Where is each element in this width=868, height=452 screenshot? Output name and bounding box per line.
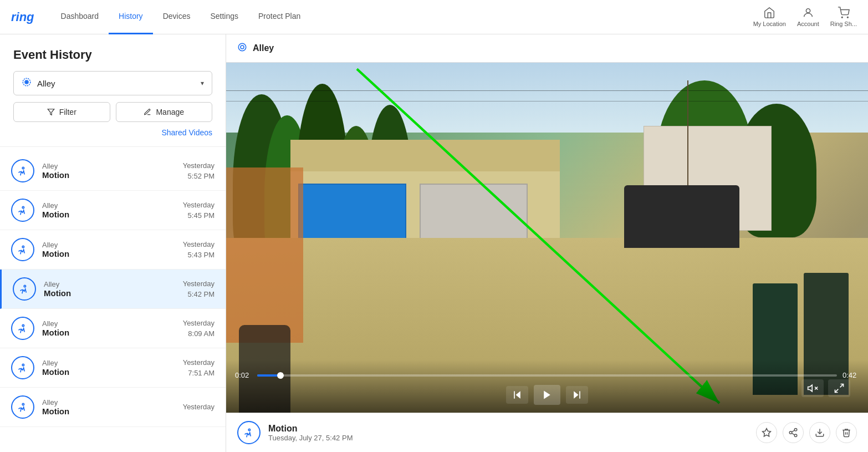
event-time: Yesterday 7:51 AM (183, 357, 215, 379)
event-time: Yesterday 5:43 PM (183, 239, 215, 261)
nav-right: My Location Account Ring Sh... (753, 7, 857, 27)
delete-button[interactable] (836, 422, 857, 443)
event-item[interactable]: Alley Motion Yesterday 5:43 PM (0, 230, 226, 270)
event-list: Alley Motion Yesterday 5:52 PM Alley (0, 147, 226, 452)
playback-controls (235, 385, 859, 405)
main-layout: Event History Alley ▾ Filter (0, 0, 868, 452)
video-container: 0:02 0:42 (226, 63, 868, 413)
motion-icon-wrap (11, 238, 34, 261)
svg-point-15 (238, 43, 246, 51)
filter-row: Filter Manage (13, 102, 212, 122)
share-button[interactable] (783, 422, 804, 443)
motion-icon-wrap (11, 159, 34, 182)
event-time: Yesterday 5:42 PM (183, 278, 215, 300)
svg-point-9 (22, 246, 24, 247)
video-extra-controls (801, 379, 850, 397)
video-controls: 0:02 0:42 (226, 360, 868, 413)
svg-marker-20 (544, 391, 550, 399)
sidebar: Event History Alley ▾ Filter (0, 34, 226, 452)
video-footer: Motion Tuesday, July 27, 5:42 PM (226, 413, 868, 452)
nav-devices[interactable]: Devices (153, 0, 201, 34)
svg-point-13 (22, 403, 24, 405)
nav-history[interactable]: History (109, 0, 153, 34)
nav-dashboard[interactable]: Dashboard (51, 0, 109, 34)
event-item[interactable]: Alley Motion Yesterday 5:52 PM (0, 151, 226, 191)
event-item[interactable]: Alley Motion Yesterday (0, 388, 226, 427)
event-info: Alley Motion (42, 398, 183, 416)
chevron-down-icon: ▾ (201, 79, 204, 87)
top-nav: ring Dashboard History Devices Settings … (0, 0, 868, 34)
play-button[interactable] (534, 385, 560, 405)
my-location-label: My Location (753, 21, 786, 27)
progress-fill (257, 374, 280, 377)
ring-logo: ring (11, 10, 34, 24)
svg-point-0 (806, 9, 810, 13)
fullscreen-button[interactable] (828, 379, 850, 397)
nav-protect-plan[interactable]: Protect Plan (248, 0, 310, 34)
current-time: 0:02 (235, 371, 252, 379)
motion-icon-wrap (11, 356, 34, 379)
camera-header-icon (237, 42, 247, 54)
filter-button[interactable]: Filter (13, 102, 110, 122)
motion-icon-wrap (11, 317, 34, 340)
video-camera-name: Alley (253, 43, 274, 53)
svg-point-28 (248, 429, 250, 430)
event-time: Yesterday (183, 402, 215, 413)
skip-back-button[interactable] (506, 386, 528, 404)
svg-rect-22 (579, 391, 580, 398)
progress-bar[interactable] (257, 374, 837, 377)
svg-marker-18 (516, 391, 520, 398)
video-footer-info: Motion Tuesday, July 27, 5:42 PM (268, 424, 756, 442)
event-item[interactable]: Alley Motion Yesterday 8:09 AM (0, 309, 226, 348)
svg-point-8 (22, 206, 24, 208)
nav-my-location[interactable]: My Location (753, 7, 786, 27)
nav-settings[interactable]: Settings (200, 0, 248, 34)
event-item[interactable]: Alley Motion Yesterday 7:51 AM (0, 348, 226, 388)
nav-account[interactable]: Account (797, 7, 819, 27)
svg-marker-29 (763, 429, 771, 436)
event-info: Alley Motion (42, 241, 183, 258)
event-item-active[interactable]: Alley Motion Yesterday 5:42 PM (0, 270, 226, 309)
manage-button[interactable]: Manage (116, 102, 213, 122)
video-panel: Alley (226, 34, 868, 452)
event-info: Alley Motion (42, 319, 183, 337)
device-selector[interactable]: Alley ▾ (13, 71, 212, 95)
video-header: Alley (226, 34, 868, 63)
svg-rect-19 (514, 391, 515, 398)
download-button[interactable] (809, 422, 830, 443)
video-actions (756, 422, 857, 443)
filter-label: Filter (59, 108, 76, 116)
progress-thumb (277, 372, 284, 379)
event-info: Alley Motion (44, 280, 183, 298)
shared-videos-section: Shared Videos (13, 122, 212, 138)
event-time: Yesterday 8:09 AM (183, 318, 215, 339)
camera-icon (22, 77, 32, 89)
event-info: Alley Motion (42, 359, 183, 377)
event-item[interactable]: Alley Motion Yesterday 5:45 PM (0, 191, 226, 230)
account-label: Account (797, 21, 819, 27)
svg-point-31 (789, 431, 792, 434)
svg-point-10 (24, 285, 25, 287)
mute-button[interactable] (801, 379, 824, 397)
svg-point-7 (22, 167, 24, 169)
svg-marker-23 (808, 385, 813, 392)
svg-marker-21 (574, 391, 578, 398)
svg-point-11 (22, 324, 24, 326)
event-type-title: Motion (268, 424, 756, 434)
svg-line-27 (835, 389, 839, 393)
sidebar-title: Event History (13, 48, 212, 62)
svg-point-32 (794, 434, 797, 437)
total-time: 0:42 (843, 371, 859, 379)
skip-forward-button[interactable] (566, 386, 588, 404)
svg-point-12 (22, 364, 24, 365)
svg-marker-6 (48, 109, 54, 115)
shared-videos-link[interactable]: Shared Videos (161, 128, 212, 137)
controls-row (235, 385, 859, 405)
motion-icon-wrap (13, 277, 36, 301)
star-button[interactable] (756, 422, 777, 443)
sidebar-header: Event History Alley ▾ Filter (0, 34, 226, 147)
device-label: Alley (37, 79, 201, 88)
nav-ring-shop[interactable]: Ring Sh... (830, 7, 857, 27)
event-date: Tuesday, July 27, 5:42 PM (268, 434, 756, 442)
event-info: Alley Motion (42, 201, 183, 219)
